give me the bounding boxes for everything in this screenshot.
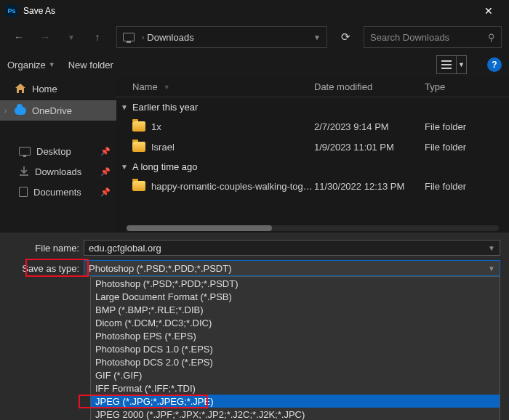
save-type-option[interactable]: Photoshop DCS 1.0 (*.EPS) bbox=[91, 342, 500, 355]
chevron-down-icon: ▼ bbox=[164, 84, 170, 91]
chevron-down-icon[interactable]: ▼ bbox=[313, 33, 321, 41]
folder-icon bbox=[132, 142, 145, 152]
search-input[interactable]: Search Downloads ⚲ bbox=[364, 26, 502, 48]
file-row[interactable]: 1x 2/7/2023 9:14 PM File folder bbox=[116, 116, 509, 137]
svg-rect-2 bbox=[441, 68, 452, 69]
sidebar-label: Downloads bbox=[35, 166, 81, 177]
svg-rect-0 bbox=[441, 60, 452, 62]
chevron-down-icon: ▼ bbox=[121, 103, 128, 111]
search-icon: ⚲ bbox=[488, 32, 495, 43]
folder-icon bbox=[132, 181, 145, 191]
file-type: File folder bbox=[425, 121, 509, 132]
scrollbar-thumb[interactable] bbox=[127, 225, 272, 231]
view-mode-caret[interactable]: ▼ bbox=[457, 55, 467, 74]
group-header[interactable]: ▼A long time ago bbox=[116, 157, 509, 176]
save-type-option[interactable]: BMP (*.BMP;*.RLE;*.DIB) bbox=[91, 303, 500, 316]
navbar: ← → ▼ ↑ › Downloads ▼ ⟳ Search Downloads… bbox=[0, 22, 509, 52]
nav-up-button[interactable]: ↑ bbox=[86, 25, 109, 49]
file-date: 2/7/2023 9:14 PM bbox=[314, 121, 425, 132]
file-name-label: File name: bbox=[0, 243, 84, 254]
folder-icon bbox=[132, 121, 145, 132]
group-label: Earlier this year bbox=[132, 102, 198, 113]
pin-icon: 📌 bbox=[100, 167, 111, 177]
download-icon bbox=[19, 166, 29, 177]
save-as-type-select[interactable]: Photoshop (*.PSD;*.PDD;*.PSDT) ▼ bbox=[84, 260, 500, 276]
view-mode-button[interactable] bbox=[436, 55, 457, 74]
save-type-option[interactable]: JPEG 2000 (*.JPF;*.JPX;*.JP2;*.J2C;*.J2K… bbox=[91, 408, 500, 420]
sidebar-label: OneDrive bbox=[32, 105, 72, 116]
file-row[interactable]: happy-romantic-couples-walking-togeth...… bbox=[116, 176, 509, 196]
new-folder-button[interactable]: New folder bbox=[68, 60, 113, 70]
group-label: A long time ago bbox=[132, 161, 198, 172]
organize-button[interactable]: Organize ▼ bbox=[7, 60, 55, 70]
column-type[interactable]: Type bbox=[425, 81, 509, 92]
save-type-option[interactable]: Dicom (*.DCM;*.DC3;*.DIC) bbox=[91, 316, 500, 329]
save-form: File name: edu.gcfglobal.org ▼ Save as t… bbox=[0, 233, 509, 420]
sidebar-item-documents[interactable]: Documents 📌 bbox=[0, 182, 116, 202]
file-date: 11/30/2022 12:13 PM bbox=[314, 181, 425, 192]
save-type-option[interactable]: GIF (*.GIF) bbox=[91, 368, 500, 381]
nav-recent-caret[interactable]: ▼ bbox=[60, 25, 83, 49]
sidebar-label: Home bbox=[32, 84, 57, 94]
desktop-icon bbox=[19, 147, 31, 156]
file-date: 1/9/2023 11:01 PM bbox=[314, 142, 425, 153]
save-type-option[interactable]: IFF Format (*.IFF;*.TDI) bbox=[91, 381, 500, 395]
pin-icon: 📌 bbox=[100, 147, 111, 156]
photoshop-icon: Ps bbox=[6, 5, 17, 17]
nav-back-button[interactable]: ← bbox=[7, 25, 31, 49]
save-type-option[interactable]: Photoshop EPS (*.EPS) bbox=[91, 329, 500, 342]
file-name-input[interactable]: edu.gcfglobal.org ▼ bbox=[84, 240, 500, 256]
search-placeholder: Search Downloads bbox=[370, 32, 449, 43]
home-icon bbox=[15, 84, 26, 94]
file-name: happy-romantic-couples-walking-togeth... bbox=[151, 181, 314, 192]
save-type-option[interactable]: Large Document Format (*.PSB) bbox=[91, 290, 500, 303]
window-title: Save As bbox=[23, 6, 474, 16]
titlebar: Ps Save As ✕ bbox=[0, 0, 509, 22]
save-type-dropdown[interactable]: Photoshop (*.PSD;*.PDD;*.PSDT)Large Docu… bbox=[90, 276, 500, 420]
chevron-right-icon[interactable]: › bbox=[4, 107, 7, 115]
organize-label: Organize bbox=[7, 60, 46, 70]
save-as-type-value: Photoshop (*.PSD;*.PDD;*.PSDT) bbox=[89, 263, 232, 274]
file-name: 1x bbox=[151, 121, 314, 132]
pin-icon: 📌 bbox=[100, 187, 111, 197]
chevron-down-icon[interactable]: ▼ bbox=[488, 264, 495, 272]
close-button[interactable]: ✕ bbox=[474, 5, 503, 17]
address-bar[interactable]: › Downloads ▼ bbox=[116, 26, 327, 48]
file-type: File folder bbox=[425, 142, 509, 153]
cloud-icon bbox=[15, 107, 26, 115]
new-folder-label: New folder bbox=[68, 60, 113, 70]
column-date[interactable]: Date modified bbox=[314, 81, 425, 92]
pc-icon bbox=[123, 33, 135, 41]
chevron-down-icon: ▼ bbox=[121, 163, 128, 171]
save-type-option[interactable]: JPEG (*.JPG;*.JPEG;*.JPE) bbox=[91, 395, 500, 408]
chevron-right-icon: › bbox=[142, 33, 144, 41]
group-header[interactable]: ▼Earlier this year bbox=[116, 97, 509, 116]
nav-forward-button[interactable]: → bbox=[33, 25, 57, 49]
file-name-value: edu.gcfglobal.org bbox=[89, 243, 161, 254]
svg-rect-1 bbox=[441, 64, 452, 65]
help-button[interactable]: ? bbox=[487, 57, 502, 72]
main-area: Home › OneDrive Desktop 📌 Downloads 📌 Do… bbox=[0, 77, 509, 233]
save-type-option[interactable]: Photoshop DCS 2.0 (*.EPS) bbox=[91, 355, 500, 368]
document-icon bbox=[19, 187, 28, 197]
file-row[interactable]: Israel 1/9/2023 11:01 PM File folder bbox=[116, 137, 509, 157]
column-name[interactable]: Name▼ bbox=[132, 81, 314, 92]
file-type: File folder bbox=[425, 181, 509, 192]
refresh-button[interactable]: ⟳ bbox=[334, 26, 356, 48]
file-name: Israel bbox=[151, 142, 314, 153]
chevron-down-icon[interactable]: ▼ bbox=[488, 244, 495, 252]
sidebar-label: Documents bbox=[33, 187, 81, 198]
sidebar-label: Desktop bbox=[36, 146, 71, 157]
toolbar: Organize ▼ New folder ▼ ? bbox=[0, 52, 509, 77]
sidebar-item-downloads[interactable]: Downloads 📌 bbox=[0, 161, 116, 182]
sidebar-item-home[interactable]: Home bbox=[0, 78, 116, 99]
column-headers: Name▼ Date modified Type bbox=[116, 77, 509, 97]
sidebar: Home › OneDrive Desktop 📌 Downloads 📌 Do… bbox=[0, 77, 116, 233]
chevron-down-icon: ▼ bbox=[49, 61, 55, 68]
file-list: Name▼ Date modified Type ▼Earlier this y… bbox=[116, 77, 509, 233]
horizontal-scrollbar[interactable] bbox=[127, 225, 499, 231]
save-type-option[interactable]: Photoshop (*.PSD;*.PDD;*.PSDT) bbox=[91, 277, 500, 290]
sidebar-item-desktop[interactable]: Desktop 📌 bbox=[0, 141, 116, 161]
sidebar-item-onedrive[interactable]: › OneDrive bbox=[0, 100, 116, 121]
save-as-type-label: Save as type: bbox=[0, 263, 84, 274]
